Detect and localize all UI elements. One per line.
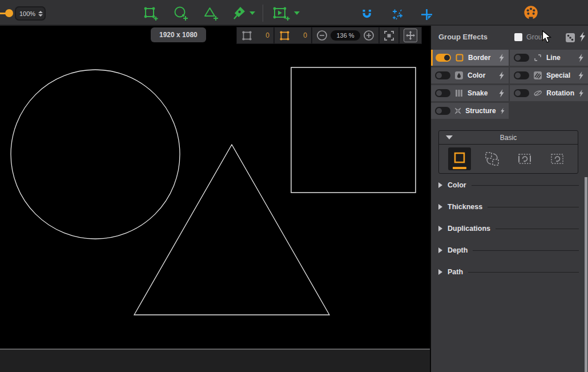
section-rule xyxy=(488,207,579,207)
triangle-shape[interactable] xyxy=(134,145,329,315)
mouse-cursor xyxy=(542,30,553,46)
snake-toggle[interactable] xyxy=(435,89,450,97)
selection-field-group[interactable]: 0 xyxy=(275,27,311,43)
effect-cell-snake[interactable]: Snake xyxy=(431,85,509,101)
bolt-icon[interactable] xyxy=(500,107,505,115)
preset-border-simple-button[interactable] xyxy=(448,147,471,170)
bolt-icon[interactable] xyxy=(578,71,584,80)
opacity-spinbox[interactable]: 100% xyxy=(15,6,46,21)
zoom-level-field[interactable]: 136 % xyxy=(331,30,360,41)
canvas-viewport[interactable]: 1920 x 1080 0 0 xyxy=(0,26,430,372)
chevron-down-icon xyxy=(249,11,255,15)
canvas-resolution-label: 1920 x 1080 xyxy=(151,27,206,42)
rotation-effect-icon xyxy=(533,89,542,98)
opacity-control: 100% xyxy=(0,6,48,22)
pivot-crosshair-button[interactable] xyxy=(418,6,434,22)
randomize-button[interactable] xyxy=(565,33,575,45)
pan-mode-section xyxy=(400,27,421,43)
line-effect-icon xyxy=(533,53,542,62)
special-toggle[interactable] xyxy=(514,71,529,79)
preset-swap-squares-button[interactable] xyxy=(481,147,504,170)
animated-rect-dropdown[interactable] xyxy=(292,5,301,21)
section-label: Duplications xyxy=(448,225,490,233)
opacity-slider-handle[interactable] xyxy=(5,9,13,17)
effect-cell-structure[interactable]: Structure xyxy=(431,103,509,119)
pan-mode-button[interactable] xyxy=(404,29,417,42)
add-triangle-tool-button[interactable] xyxy=(203,5,219,21)
effect-cell-border[interactable]: Border xyxy=(431,50,509,66)
section-duplications[interactable]: Duplications xyxy=(438,218,581,239)
selection-value[interactable]: 0 xyxy=(293,31,307,39)
snap-toggle-button[interactable] xyxy=(359,6,374,22)
apply-all-button[interactable] xyxy=(578,31,586,45)
palette-icon xyxy=(523,4,539,21)
preset-rotate-bounded-button[interactable] xyxy=(513,147,536,170)
section-label: Depth xyxy=(448,246,468,254)
preset-group-title: Basic xyxy=(500,134,517,142)
preset-group-header[interactable]: Basic xyxy=(439,131,578,145)
effect-label: Rotation xyxy=(546,89,574,97)
effect-cell-line[interactable]: Line xyxy=(510,50,588,66)
swap-squares-icon xyxy=(484,151,500,167)
section-label: Color xyxy=(448,181,466,189)
bounding-box-gray-icon xyxy=(241,30,253,42)
pen-tool-dropdown[interactable] xyxy=(248,5,257,21)
spinner-arrows-icon[interactable] xyxy=(38,11,43,17)
add-ellipse-tool-button[interactable] xyxy=(172,5,188,21)
zoom-in-icon[interactable] xyxy=(363,30,374,41)
toolbar-separator xyxy=(263,5,263,22)
border-effect-icon xyxy=(455,53,464,62)
line-toggle[interactable] xyxy=(514,54,529,62)
bolt-icon[interactable] xyxy=(578,89,584,98)
triangle-add-icon xyxy=(203,6,219,21)
panel-header: Group Effects Group xyxy=(431,26,588,50)
rectangle-add-icon xyxy=(143,6,158,21)
effect-cell-special[interactable]: Special xyxy=(510,67,588,83)
ellipse-add-icon xyxy=(173,6,188,21)
zoom-out-icon[interactable] xyxy=(316,30,328,41)
structure-effect-icon xyxy=(454,106,461,115)
chevron-right-icon xyxy=(438,182,442,188)
add-rectangle-tool-button[interactable] xyxy=(142,5,158,21)
square-shape[interactable] xyxy=(291,67,416,193)
canvas-toolbar: 0 0 136 % xyxy=(236,27,422,44)
panel-scrollbar[interactable] xyxy=(585,177,587,372)
section-color[interactable]: Color xyxy=(438,174,581,196)
fit-view-button[interactable] xyxy=(380,27,398,43)
fit-to-screen-icon xyxy=(384,30,394,41)
group-checkbox[interactable] xyxy=(514,33,522,41)
rotation-value[interactable]: 0 xyxy=(256,31,269,39)
bolt-icon[interactable] xyxy=(498,54,505,62)
section-depth[interactable]: Depth xyxy=(438,239,581,261)
add-animated-rect-tool-button[interactable] xyxy=(272,5,291,21)
effect-cell-color[interactable]: Color xyxy=(431,67,509,83)
section-rule xyxy=(496,229,579,229)
rotate-dashed-box-icon xyxy=(549,151,565,167)
canvas-shapes xyxy=(0,26,430,349)
rotation-toggle[interactable] xyxy=(514,89,529,97)
effect-cell-rotation[interactable]: Rotation xyxy=(510,85,588,101)
pen-tool-button[interactable] xyxy=(232,5,248,21)
bolt-icon[interactable] xyxy=(498,71,505,80)
color-toggle[interactable] xyxy=(435,71,450,79)
opacity-value: 100% xyxy=(19,10,38,17)
dice-icon xyxy=(565,33,575,43)
circle-shape[interactable] xyxy=(11,70,180,239)
chevron-down-icon xyxy=(294,11,300,15)
preset-rotate-free-button[interactable] xyxy=(546,147,569,170)
crosshair-plus-icon xyxy=(420,8,433,21)
effect-label: Snake xyxy=(468,89,488,97)
bolt-icon[interactable] xyxy=(578,54,584,62)
section-path[interactable]: Path xyxy=(438,261,581,283)
section-thickness[interactable]: Thickness xyxy=(438,196,581,218)
theme-palette-button[interactable] xyxy=(523,5,539,21)
chevron-right-icon xyxy=(438,247,442,253)
bolt-icon[interactable] xyxy=(498,89,505,98)
smart-guides-button[interactable] xyxy=(390,6,406,22)
top-toolbar: 100% xyxy=(0,0,588,26)
chevron-down-icon xyxy=(446,135,453,139)
rotation-field-group[interactable]: 0 xyxy=(237,27,273,43)
border-toggle[interactable] xyxy=(436,54,451,62)
structure-toggle[interactable] xyxy=(435,107,450,115)
sparkles-dashed-line-icon xyxy=(392,8,405,21)
